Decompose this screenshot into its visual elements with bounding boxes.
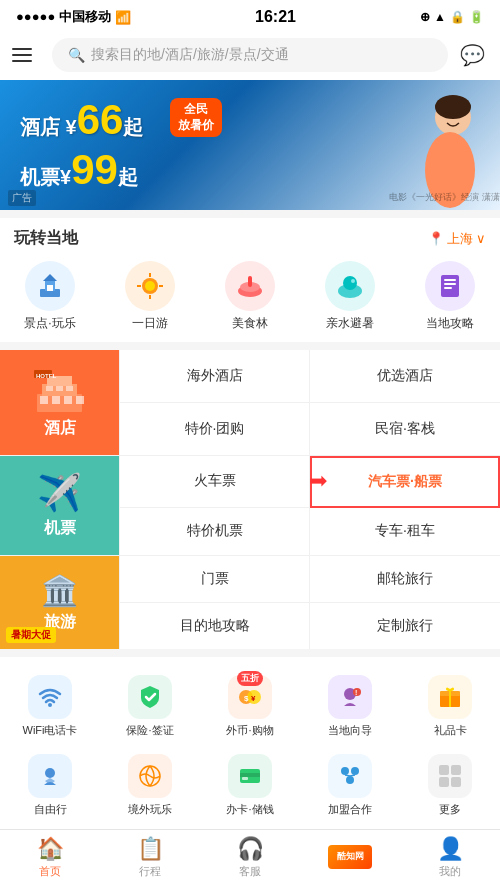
banner-watermark: 电影《一光好话》经演 潇潇 [389,191,500,204]
travel-main-cell[interactable]: 🏛️ 旅游 暑期大促 [0,556,120,649]
nav-home[interactable]: 🏠 首页 [10,836,90,879]
flight-main-cell[interactable]: ✈️ 机票 [0,456,120,555]
card-savings-item[interactable]: 办卡·储钱 [200,746,300,825]
svg-point-54 [351,767,359,775]
nav-logo[interactable]: 酷知网 [310,845,390,871]
bus-boat-ticket-item[interactable]: 汽车票·船票 [310,456,500,508]
arrow-icon: ▲ [434,10,446,24]
flight-sub-grid: 火车票 ➡ 汽车票·船票 特价机票 专车·租车 [120,456,500,555]
svg-line-56 [345,775,350,776]
local-guide-item[interactable]: ! 当地向导 [300,667,400,746]
arrow-right-icon: ➡ [309,468,327,494]
itinerary-icon: 📋 [137,836,164,862]
water-icon-bg [325,261,375,311]
self-drive-item[interactable]: 自由行 [0,746,100,825]
location-selector[interactable]: 📍 上海 ∨ [428,230,486,248]
promo-tag: 暑期大促 [6,627,56,643]
custom-travel-item[interactable]: 定制旅行 [310,603,500,649]
svg-rect-21 [441,275,459,297]
banner-badge-line1: 全民 [178,102,214,118]
cheap-flight-label: 特价机票 [187,522,243,540]
gift-card-item[interactable]: 礼品卡 [400,667,500,746]
svg-rect-32 [46,386,53,391]
svg-point-3 [445,113,450,118]
daytrip-icon-bg [125,261,175,311]
overseas-fun-item[interactable]: 境外玩乐 [100,746,200,825]
more-item[interactable]: 更多 [400,746,500,825]
location-city: 上海 [447,230,473,248]
svg-rect-58 [439,765,449,775]
daytrip-label: 一日游 [132,315,168,332]
svg-point-10 [145,281,155,291]
menu-line-1 [12,48,32,50]
franchise-item[interactable]: 加盟合作 [300,746,400,825]
forex-discount-badge: 五折 [237,671,263,686]
overseas-hotel-item[interactable]: 海外酒店 [120,350,310,403]
local-icon-water[interactable]: 亲水避暑 [310,261,390,332]
search-input[interactable]: 🔍 搜索目的地/酒店/旅游/景点/交通 [52,38,448,72]
local-icon-food[interactable]: 美食林 [210,261,290,332]
flight-label: 机票 [44,518,76,539]
svg-marker-8 [43,274,57,281]
insurance-item[interactable]: 保险·签证 [100,667,200,746]
svg-point-2 [435,95,471,119]
gps-icon: ⊕ [420,10,430,24]
premium-hotel-label: 优选酒店 [377,367,433,385]
destination-guide-item[interactable]: 目的地攻略 [120,603,310,649]
ticket-label: 门票 [201,570,229,588]
bnb-item[interactable]: 民宿·客栈 [310,403,500,455]
local-icon-attractions[interactable]: 景点·玩乐 [10,261,90,332]
forex-item[interactable]: $ ¥ 五折 外币·购物 [200,667,300,746]
franchise-icon-bg [328,754,372,798]
svg-point-4 [457,113,462,118]
ticket-item[interactable]: 门票 [120,556,310,603]
menu-line-2 [12,54,32,56]
svg-point-19 [343,276,357,290]
hotel-label: 酒店 [44,418,76,439]
guide-label: 当地攻略 [426,315,474,332]
local-icon-guide[interactable]: 当地攻略 [410,261,490,332]
svg-rect-24 [444,287,452,289]
svg-rect-47 [449,689,451,707]
services-section: WiFi电话卡 保险·签证 $ ¥ [0,657,500,835]
svg-rect-33 [56,386,63,391]
search-placeholder: 搜索目的地/酒店/旅游/景点/交通 [91,46,289,64]
local-header: 玩转当地 📍 上海 ∨ [0,218,500,253]
gift-card-icon-bg [428,675,472,719]
promo-banner[interactable]: 酒店 ¥66起 机票¥99起 全民 放暑价 [0,80,500,210]
search-bar: 🔍 搜索目的地/酒店/旅游/景点/交通 💬 [0,30,500,80]
carrier-label: ●●●●● 中国移动 [16,8,111,26]
svg-rect-7 [47,285,53,291]
local-icon-daytrip[interactable]: 一日游 [110,261,190,332]
deal-hotel-item[interactable]: 特价·团购 [120,403,310,455]
svg-line-57 [350,775,355,776]
nav-profile[interactable]: 👤 我的 [410,836,490,879]
menu-button[interactable] [12,39,44,71]
local-section: 玩转当地 📍 上海 ∨ 景点·玩乐 一日游 [0,218,500,342]
nav-itinerary-label: 行程 [139,864,161,879]
overseas-fun-icon-bg [128,754,172,798]
banner-ticket-text: 机票¥99起 [20,146,143,194]
svg-rect-59 [451,765,461,775]
location-pin-icon: 📍 [428,231,444,246]
nav-itinerary[interactable]: 📋 行程 [110,836,190,879]
bottom-nav: 🏠 首页 📋 行程 🎧 客服 酷知网 👤 我的 [0,829,500,889]
self-drive-label: 自由行 [34,802,67,817]
cheap-flight-item[interactable]: 特价机票 [120,508,310,556]
wifi-card-item[interactable]: WiFi电话卡 [0,667,100,746]
message-button[interactable]: 💬 [456,39,488,71]
premium-hotel-item[interactable]: 优选酒店 [310,350,500,403]
svg-point-37 [48,703,52,707]
nav-profile-label: 我的 [439,864,461,879]
attractions-label: 景点·玩乐 [24,315,75,332]
menu-line-3 [12,60,32,62]
hotel-main-cell[interactable]: HOTEL 酒店 [0,350,120,455]
nav-service[interactable]: 🎧 客服 [210,836,290,879]
plane-illustration: ✈️ [37,472,82,514]
train-ticket-item[interactable]: 火车票 ➡ [120,456,310,508]
car-rental-item[interactable]: 专车·租车 [310,508,500,556]
cruise-item[interactable]: 邮轮旅行 [310,556,500,603]
hotel-row: HOTEL 酒店 海外酒店 优选酒店 特价·团购 民宿·客栈 [0,350,500,456]
grid-menu: HOTEL 酒店 海外酒店 优选酒店 特价·团购 民宿·客栈 [0,350,500,649]
svg-point-55 [346,776,354,784]
